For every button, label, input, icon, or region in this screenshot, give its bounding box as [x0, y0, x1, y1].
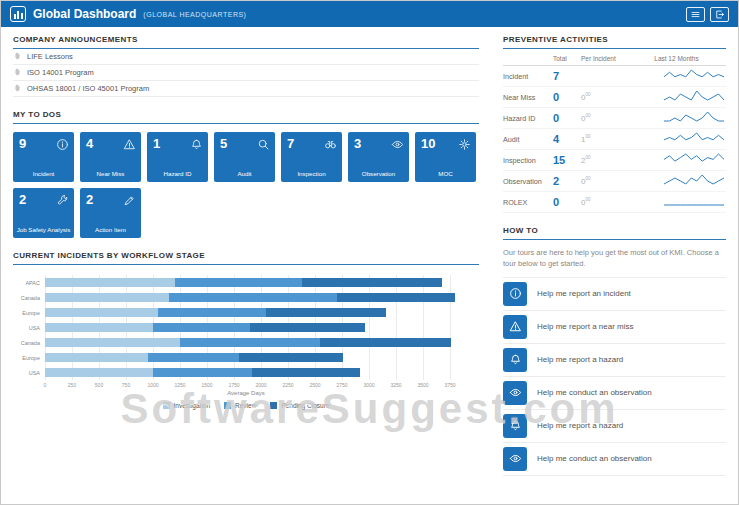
chart-tick-label: 2000	[255, 382, 266, 388]
chart-bar-track	[45, 293, 477, 302]
chart-tick-label: 2500	[309, 382, 320, 388]
todo-tile-near-miss[interactable]: 4Near Miss	[80, 132, 141, 182]
howto-tile	[503, 282, 527, 306]
chart-bar-row: USA	[13, 320, 479, 335]
app-logo-icon[interactable]	[10, 6, 26, 22]
howto-tour-item[interactable]: Help me report an incident	[503, 278, 726, 311]
col-header-per-incident: Per Incident	[581, 55, 627, 62]
preventive-sparkline-cell	[627, 67, 726, 85]
howto-tour-item[interactable]: Help me report a hazard	[503, 344, 726, 377]
legend-label: Pending Closure	[281, 402, 329, 409]
paperclip-icon	[13, 52, 22, 61]
tile-count: 3	[354, 136, 361, 151]
chart-bar-segment-investigation	[45, 368, 153, 377]
announcement-item[interactable]: OHSAS 18001 / ISO 45001 Program	[13, 81, 479, 97]
tile-label: Job Safety Analysis	[14, 226, 73, 233]
how-to-section: HOW TO Our tours are here to help you ge…	[503, 226, 726, 476]
chart-category-label: USA	[13, 325, 45, 331]
preventive-total-value[interactable]: 7	[553, 70, 581, 82]
legend-swatch	[270, 402, 277, 409]
tile-label: Audit	[215, 170, 274, 177]
announcement-item[interactable]: ISO 14001 Program	[13, 65, 479, 81]
chart-tick-label: 1000	[147, 382, 158, 388]
chart-x-axis: 0250500750100012501500175020002250250027…	[45, 380, 477, 389]
bell-icon	[509, 353, 522, 366]
howto-tile	[503, 315, 527, 339]
col-header-last-12-months: Last 12 Months	[627, 55, 726, 62]
sparkline	[662, 110, 726, 123]
chart-bar-segment-pending-closure	[266, 308, 386, 317]
todo-tile-inspection[interactable]: 7Inspection	[281, 132, 342, 182]
chart-bar-segment-review	[180, 338, 320, 347]
chart-category-label: Europe	[13, 310, 45, 316]
chart-tick-label: 750	[122, 382, 130, 388]
preventive-total-value[interactable]: 4	[553, 133, 581, 145]
todo-tile-hazard-id[interactable]: 1Hazard ID	[147, 132, 208, 182]
todo-tile-moc[interactable]: 10MOC	[415, 132, 476, 182]
announcement-item[interactable]: LIFE Lessons	[13, 49, 479, 65]
howto-tour-item[interactable]: Help me report a hazard	[503, 410, 726, 443]
chart-bar-segment-pending-closure	[250, 323, 364, 332]
howto-tour-item[interactable]: Help me conduct an observation	[503, 377, 726, 410]
section-title-preventive: PREVENTIVE ACTIVITIES	[503, 35, 726, 49]
chart-bar-segment-investigation	[45, 308, 158, 317]
chart-bar-segment-investigation	[45, 323, 153, 332]
warning-icon	[509, 320, 522, 333]
announcement-list: LIFE LessonsISO 14001 ProgramOHSAS 18001…	[13, 49, 479, 97]
howto-tile	[503, 447, 527, 471]
preventive-total-value[interactable]: 15	[553, 154, 581, 166]
preventive-row-inspection: Inspection15200	[503, 150, 726, 171]
chart-category-label: APAC	[13, 280, 45, 286]
chart-bar-track	[45, 323, 477, 332]
tile-label: Inspection	[282, 170, 341, 177]
logo-bar	[21, 13, 23, 19]
tile-count: 1	[153, 136, 160, 151]
todo-tile-incident[interactable]: 9Incident	[13, 132, 74, 182]
gear-icon	[458, 138, 471, 151]
chart-bar-row: USA	[13, 365, 479, 380]
preventive-per-incident-value: 200	[581, 155, 627, 165]
preventive-total-value[interactable]: 0	[553, 91, 581, 103]
binoculars-icon	[324, 138, 337, 151]
paperclip-icon	[13, 68, 22, 77]
search-icon	[257, 138, 270, 151]
chart-tick-label: 0	[44, 382, 47, 388]
preventive-per-incident-value: 000	[581, 113, 627, 123]
preventive-rows: Incident7Near Miss0000Hazard ID0000Audit…	[503, 66, 726, 213]
chart-bar-track	[45, 338, 477, 347]
chart-x-axis-label: Average Days	[13, 390, 479, 396]
preventive-total-value[interactable]: 0	[553, 196, 581, 208]
chart-bar-row: APAC	[13, 275, 479, 290]
tile-label: Observation	[349, 170, 408, 177]
preventive-total-value[interactable]: 2	[553, 175, 581, 187]
chart-bar-segment-pending-closure	[302, 278, 442, 287]
chart-category-label: Canada	[13, 295, 45, 301]
chart-bar-row: Europe	[13, 350, 479, 365]
logout-button[interactable]	[710, 7, 729, 22]
preventive-per-incident-value: 100	[581, 134, 627, 144]
tile-count: 2	[19, 192, 26, 207]
todo-tile-observation[interactable]: 3Observation	[348, 132, 409, 182]
tile-count: 5	[220, 136, 227, 151]
preventive-row-rolex: ROLEX0000	[503, 192, 726, 213]
preventive-table-header: Total Per Incident Last 12 Months	[503, 55, 726, 66]
todo-tile-job-safety-analysis[interactable]: 2Job Safety Analysis	[13, 188, 74, 238]
chart-tick-label: 3000	[363, 382, 374, 388]
todo-tile-action-item[interactable]: 2Action Item	[80, 188, 141, 238]
tile-label: Hazard ID	[148, 170, 207, 177]
todo-tile-audit[interactable]: 5Audit	[214, 132, 275, 182]
preventive-total-value[interactable]: 0	[553, 112, 581, 124]
howto-tour-item[interactable]: Help me report a near miss	[503, 311, 726, 344]
announcement-label: OHSAS 18001 / ISO 45001 Program	[27, 84, 149, 93]
howto-tour-item[interactable]: Help me conduct an observation	[503, 443, 726, 476]
logo-bar	[17, 11, 19, 19]
preventive-row-label: Hazard ID	[503, 114, 553, 123]
menu-button[interactable]	[686, 7, 705, 22]
chart-bar-row: Canada	[13, 335, 479, 350]
howto-label: Help me conduct an observation	[537, 388, 652, 397]
chart-bar-track	[45, 368, 477, 377]
preventive-per-incident-value: 000	[581, 197, 627, 207]
chart-bar-row: Canada	[13, 290, 479, 305]
sparkline	[662, 194, 726, 207]
chart-bar-segment-review	[175, 278, 302, 287]
